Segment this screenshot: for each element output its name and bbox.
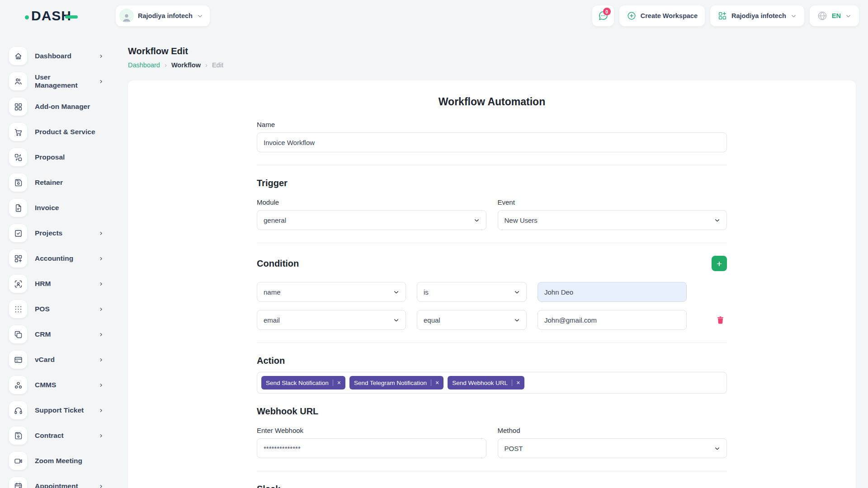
module-label: Module [257,198,486,206]
breadcrumb-separator: › [205,61,208,69]
user-scan-icon [9,275,27,293]
notification-badge: 0 [603,8,611,15]
add-condition-button[interactable]: + [712,256,727,271]
webhook-url-input[interactable] [257,438,486,458]
sidebar-item-invoice[interactable]: Invoice [0,199,116,217]
sidebar-item-dashboard[interactable]: Dashboard [0,47,116,65]
chevron-down-icon [714,217,721,224]
condition-rows: name is email equal [257,282,727,330]
messages-button[interactable]: 0 [592,5,614,26]
sidebar-item-hrm[interactable]: HRM [0,275,116,293]
sidebar-item-proposal[interactable]: Proposal [0,148,116,166]
condition-operator-value: equal [424,316,440,324]
action-tags-input[interactable]: Send Slack Notification × Send Telegram … [257,372,727,394]
workspace-name: Rajodiya infotech [138,12,193,19]
chevron-right-icon [98,230,104,236]
sidebar-item-accounting[interactable]: Accounting [0,249,116,267]
action-tag: Send Telegram Notification × [349,376,443,389]
name-field: Name [257,121,727,152]
chevron-right-icon [98,483,104,488]
sidebar-item-user-management[interactable]: User Management [0,72,116,90]
contract-icon [9,427,27,445]
action-tag: Send Webhook URL × [448,376,524,389]
webhook-field: Enter Webhook [257,427,486,458]
method-select[interactable]: POST [498,438,727,458]
sidebar-item-label: Product & Service [35,128,104,136]
condition-heading: Condition [257,258,299,269]
credit-card-icon [9,351,27,369]
workspace-grid-icon [717,11,727,21]
sidebar-item-support-ticket[interactable]: Support Ticket [0,401,116,419]
condition-header: Condition + [257,256,727,271]
event-select[interactable]: New Users [498,210,727,230]
event-field: Event New Users [498,198,727,230]
workflow-form: Workflow Automation Name Trigger Module … [257,96,727,488]
copy-icon [9,325,27,343]
sidebar-item-projects[interactable]: Projects [0,224,116,242]
workflow-name-input[interactable] [257,132,727,152]
module-select[interactable]: general [257,210,486,230]
sidebar-item-crm[interactable]: CRM [0,325,116,343]
condition-field-select[interactable]: email [257,310,406,330]
sidebar-item-contract[interactable]: Contract [0,427,116,445]
sidebar-item-appointment[interactable]: Appointment [0,477,116,488]
sidebar-item-product-service[interactable]: Product & Service [0,123,116,141]
dots-grid-icon [9,300,27,318]
delete-condition-button[interactable] [716,315,725,325]
sidebar-item-label: HRM [35,280,90,288]
webhook-label: Enter Webhook [257,427,486,434]
workspace-selector[interactable]: Rajodiya infotech [116,5,210,26]
breadcrumb: Dashboard › Workflow › Edit [128,61,856,69]
chevron-down-icon [393,317,400,324]
method-label: Method [498,427,727,434]
condition-operator-value: is [424,288,429,296]
module-field: Module general [257,198,486,230]
remove-tag-button[interactable]: × [337,380,341,386]
sidebar-item-label: Contract [35,432,90,440]
logo-accent-dot [25,15,29,19]
condition-operator-select[interactable]: equal [417,310,527,330]
condition-field-select[interactable]: name [257,282,406,302]
slack-heading: Slack [257,484,727,488]
condition-value-input[interactable] [538,282,687,302]
sidebar-item-cmms[interactable]: CMMS [0,376,116,394]
action-tag-label: Send Slack Notification [266,380,329,386]
sidebar-item-retainer[interactable]: Retainer [0,174,116,192]
name-label: Name [257,121,727,128]
tag-separator [431,380,431,386]
condition-value-input[interactable] [538,310,687,330]
users-icon [9,72,27,90]
create-workspace-button[interactable]: Create Workspace [619,5,705,26]
condition-operator-select[interactable]: is [417,282,527,302]
app-root: DASH Rajodiya infotech 0 [0,0,868,488]
remove-tag-button[interactable]: × [435,380,439,386]
grid-plus-icon [9,249,27,267]
sidebar-item-vcard[interactable]: vCard [0,351,116,369]
company-selector[interactable]: Rajodiya infotech [710,5,804,26]
brand-logo[interactable]: DASH [25,8,78,23]
action-heading: Action [257,356,727,366]
chevron-right-icon [98,357,104,363]
section-divider [257,243,727,243]
breadcrumb-dashboard-link[interactable]: Dashboard [128,61,160,69]
chevron-right-icon [98,382,104,388]
breadcrumb-separator: › [165,61,167,69]
sidebar-item-zoom-meeting[interactable]: Zoom Meeting [0,452,116,470]
globe-icon [817,10,828,21]
chevron-right-icon [98,408,104,413]
sidebar-item-pos[interactable]: POS [0,300,116,318]
sidebar-item-addon-manager[interactable]: Add-on Manager [0,98,116,116]
breadcrumb-workflow[interactable]: Workflow [171,61,201,69]
sidebar-item-label: Dashboard [35,52,90,60]
breadcrumb-current: Edit [212,61,223,69]
sidebar-item-label: Support Ticket [35,406,90,414]
sidebar: Dashboard User Management Add-on Manager… [0,32,116,488]
trash-icon [716,315,725,325]
sidebar-item-label: Appointment [35,482,90,488]
remove-tag-button[interactable]: × [516,380,520,386]
sidebar-nav: Dashboard User Management Add-on Manager… [0,47,116,488]
headphones-icon [9,401,27,419]
language-selector[interactable]: EN [810,5,859,26]
chevron-right-icon [98,281,104,287]
create-workspace-label: Create Workspace [641,12,698,19]
